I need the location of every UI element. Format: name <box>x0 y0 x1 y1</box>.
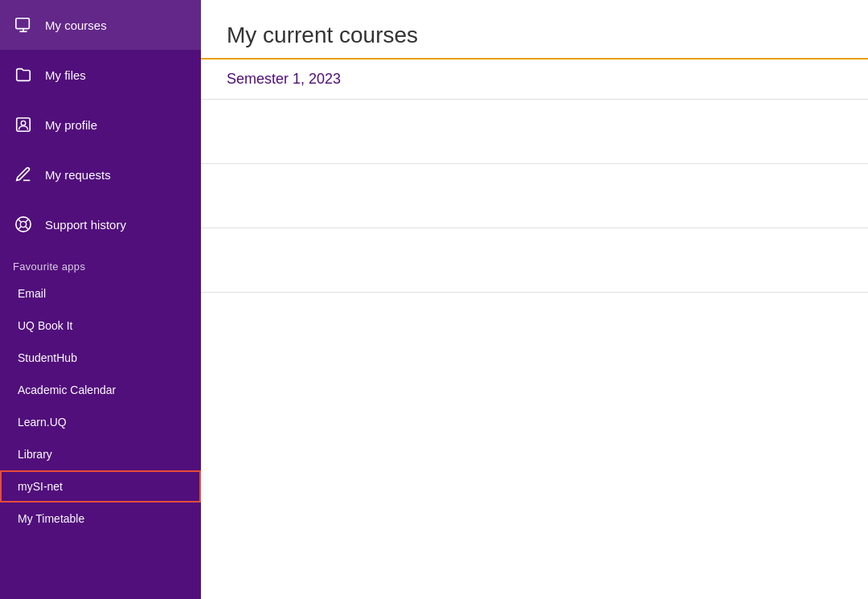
sidebar-app-my-timetable[interactable]: My Timetable <box>0 503 201 535</box>
profile-icon <box>13 114 34 135</box>
sidebar-app-learn-uq[interactable]: Learn.UQ <box>0 406 201 438</box>
sidebar-item-label: Support history <box>45 218 126 232</box>
requests-icon <box>13 164 34 185</box>
main-content: My current courses Semester 1, 2023 <box>201 0 868 599</box>
sidebar-item-my-files[interactable]: My files <box>0 50 201 100</box>
svg-line-8 <box>26 227 29 230</box>
svg-line-9 <box>26 219 29 223</box>
sidebar-item-label: My requests <box>45 168 111 182</box>
sidebar-item-my-courses[interactable]: My courses <box>0 0 201 50</box>
sidebar-app-mysi-net[interactable]: mySI-net <box>0 470 201 503</box>
sidebar-item-support-history[interactable]: Support history <box>0 199 201 249</box>
semester-header: Semester 1, 2023 <box>201 58 868 100</box>
courses-section: Semester 1, 2023 <box>201 58 868 599</box>
svg-line-10 <box>18 227 22 230</box>
sidebar-app-uq-book-it[interactable]: UQ Book It <box>0 310 201 342</box>
course-row <box>201 228 868 293</box>
semester-title: Semester 1, 2023 <box>227 71 842 88</box>
courses-icon <box>13 14 34 35</box>
support-icon <box>13 214 34 235</box>
main-header: My current courses <box>201 0 868 58</box>
sidebar: My courses My files My profile My reques… <box>0 0 201 599</box>
files-icon <box>13 64 34 85</box>
sidebar-item-my-requests[interactable]: My requests <box>0 150 201 199</box>
page-title: My current courses <box>227 23 842 48</box>
sidebar-item-my-profile[interactable]: My profile <box>0 100 201 150</box>
favourite-apps-label: Favourite apps <box>0 249 201 277</box>
svg-line-7 <box>18 219 22 223</box>
course-row <box>201 100 868 164</box>
sidebar-app-email[interactable]: Email <box>0 277 201 310</box>
sidebar-app-student-hub[interactable]: StudentHub <box>0 342 201 374</box>
svg-point-4 <box>21 121 26 125</box>
svg-rect-0 <box>16 18 30 29</box>
sidebar-app-academic-calendar[interactable]: Academic Calendar <box>0 374 201 406</box>
sidebar-item-label: My profile <box>45 118 97 132</box>
sidebar-app-library[interactable]: Library <box>0 438 201 470</box>
svg-point-6 <box>20 221 26 227</box>
sidebar-item-label: My courses <box>45 18 107 32</box>
sidebar-item-label: My files <box>45 68 86 82</box>
course-row <box>201 164 868 228</box>
